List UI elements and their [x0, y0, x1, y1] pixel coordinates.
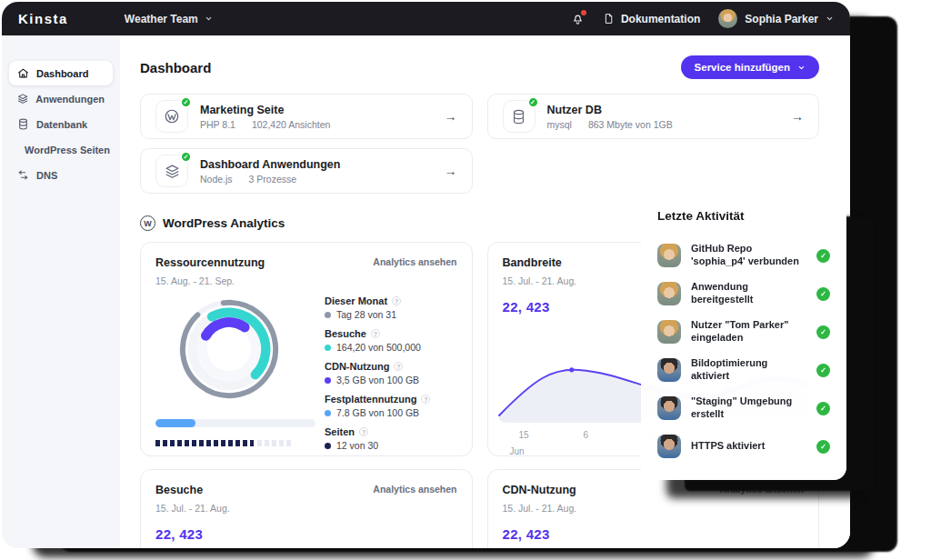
- page-title: Dashboard: [140, 60, 211, 75]
- arrow-right-icon[interactable]: →: [445, 109, 457, 124]
- sidebar-item-anwendungen[interactable]: Anwendungen: [9, 86, 113, 111]
- team-selector[interactable]: Weather Team: [125, 13, 213, 25]
- database-icon: [17, 118, 29, 130]
- sidebar-item-label: WordPress Seiten: [25, 145, 110, 155]
- service-runtime: mysql: [547, 119, 572, 130]
- service-stat: 3 Prozesse: [249, 174, 297, 185]
- team-selector-label: Weather Team: [125, 13, 198, 25]
- service-stat: 863 Mbyte von 1GB: [588, 119, 673, 130]
- view-analytics-link[interactable]: Analytics ansehen: [373, 484, 456, 495]
- info-icon[interactable]: ?: [371, 329, 380, 338]
- document-icon: [603, 13, 615, 25]
- user-menu[interactable]: Sophia Parker: [718, 9, 834, 28]
- legend-item: CDN-Nutzung ? 3,5 GB von 100 GB: [325, 361, 457, 385]
- activity-item[interactable]: Bildoptimierung aktiviert ✓: [657, 351, 830, 389]
- recent-activity-panel: Letzte Aktivität GitHub Repo 'sophia_p4'…: [641, 191, 846, 480]
- sidebar-item-label: Anwendungen: [35, 94, 105, 105]
- check-circle-icon: ✓: [816, 325, 830, 339]
- legend-label: Dieser Monat: [325, 295, 387, 306]
- sidebar-item-wordpress-seiten[interactable]: WordPress Seiten: [9, 137, 113, 162]
- legend-value: 12 von 30: [336, 440, 378, 451]
- service-title: Dashboard Anwendungen: [200, 158, 340, 171]
- documentation-link[interactable]: Dokumentation: [603, 13, 700, 25]
- notification-dot: [581, 10, 586, 15]
- sidebar: Dashboard Anwendungen Datenbank WordPres…: [2, 35, 120, 548]
- info-icon[interactable]: ?: [392, 296, 401, 305]
- chevron-down-icon: [826, 15, 834, 23]
- info-icon[interactable]: ?: [359, 427, 368, 436]
- sidebar-item-label: Dashboard: [36, 68, 88, 79]
- activity-item[interactable]: Anwendung bereitgestellt ✓: [657, 275, 830, 313]
- sidebar-item-label: DNS: [36, 170, 57, 181]
- avatar: [657, 435, 681, 458]
- stack-icon: ✓: [155, 155, 188, 187]
- arrow-right-icon[interactable]: →: [445, 164, 457, 178]
- service-runtime: Node.js: [200, 174, 233, 185]
- documentation-label: Dokumentation: [621, 13, 700, 25]
- view-analytics-link[interactable]: Analytics ansehen: [720, 484, 804, 495]
- sidebar-item-datenbank[interactable]: Datenbank: [9, 112, 113, 136]
- resource-donut-chart: [175, 295, 283, 406]
- services-grid: ✓ Marketing Seite PHP 8.1 102,420 Ansich…: [140, 94, 819, 194]
- service-card-nutzer-db[interactable]: ✓ Nutzer DB mysql 863 Mbyte von 1GB →: [487, 94, 820, 139]
- status-ok-badge: ✓: [180, 151, 192, 163]
- check-circle-icon: ✓: [816, 364, 830, 377]
- topbar: Kinsta Weather Team Dokumentation Sophia…: [2, 2, 850, 35]
- visits-card: Besuche Analytics ansehen 15. Jul. - 21.…: [140, 469, 473, 548]
- analytics-section-title: WordPress Analytics: [163, 216, 285, 230]
- legend-value: Tag 28 von 31: [336, 309, 396, 320]
- legend-dot: [325, 410, 331, 416]
- legend-label: Besuche: [325, 328, 366, 339]
- service-runtime: PHP 8.1: [200, 119, 235, 130]
- check-circle-icon: ✓: [816, 287, 830, 301]
- resource-usage-card: Ressourcennutzung Analytics ansehen 15. …: [140, 242, 473, 456]
- card-title: CDN-Nutzung: [503, 484, 576, 496]
- avatar: [657, 244, 681, 267]
- service-card-dashboard-anwendungen[interactable]: ✓ Dashboard Anwendungen Node.js 3 Prozes…: [140, 148, 473, 194]
- info-icon[interactable]: ?: [421, 395, 430, 404]
- activity-item[interactable]: "Staging" Umgebung erstellt ✓: [657, 389, 830, 427]
- legend-label: CDN-Nutzung: [325, 361, 389, 372]
- view-analytics-link[interactable]: Analytics ansehen: [373, 256, 456, 267]
- add-service-button[interactable]: Service hinzufügen: [681, 55, 819, 79]
- date-range: 15. Aug. - 21. Sep.: [155, 275, 457, 286]
- legend-item: Besuche ? 164,20 von 500,000: [325, 328, 457, 353]
- card-title: Bandbreite: [503, 256, 562, 269]
- legend-item: Seiten ? 12 von 30: [325, 426, 457, 451]
- card-title: Besuche: [155, 484, 203, 496]
- visits-total: 22, 423: [155, 526, 457, 542]
- cdn-total: 22, 423: [503, 526, 805, 542]
- check-circle-icon: ✓: [816, 402, 830, 415]
- service-stat: 102,420 Ansichten: [252, 119, 330, 130]
- activity-item[interactable]: Nutzer "Tom Parker" eingeladen ✓: [657, 313, 830, 351]
- chevron-down-icon: [797, 64, 806, 72]
- arrow-right-icon[interactable]: →: [791, 109, 804, 124]
- legend-dot: [325, 443, 331, 449]
- sidebar-item-dns[interactable]: DNS: [9, 163, 113, 187]
- recent-activity-title: Letzte Aktivität: [657, 209, 830, 223]
- legend-label: Seiten: [325, 426, 355, 437]
- date-range: 15. Jul. - 21. Aug.: [503, 503, 805, 514]
- service-title: Nutzer DB: [547, 104, 673, 116]
- activity-item[interactable]: HTTPS aktiviert ✓: [657, 427, 830, 465]
- chevron-down-icon: [205, 15, 213, 23]
- info-icon[interactable]: ?: [394, 362, 403, 371]
- service-card-marketing-seite[interactable]: ✓ Marketing Seite PHP 8.1 102,420 Ansich…: [140, 94, 473, 139]
- home-icon: [17, 67, 29, 79]
- activity-text: Bildoptimierung aktiviert: [691, 357, 806, 383]
- cdn-usage-card: CDN-Nutzung Analytics ansehen 15. Jul. -…: [487, 469, 820, 548]
- sidebar-item-label: Datenbank: [36, 119, 87, 130]
- service-title: Marketing Seite: [200, 104, 330, 116]
- activity-item[interactable]: GitHub Repo 'sophia_p4' verbunden ✓: [657, 236, 830, 275]
- kinsta-logo: Kinsta: [18, 11, 68, 26]
- activity-text: Nutzer "Tom Parker" eingeladen: [691, 319, 806, 345]
- legend-label: Festplattennutzung: [325, 394, 416, 405]
- status-ok-badge: ✓: [527, 96, 539, 108]
- dns-globe-icon: [17, 169, 29, 181]
- notifications-button[interactable]: [571, 12, 585, 25]
- avatar: [657, 282, 681, 305]
- card-title: Ressourcennutzung: [155, 256, 265, 269]
- avatar: [657, 358, 681, 382]
- x-axis-month-label: Jun: [510, 446, 525, 456]
- sidebar-item-dashboard[interactable]: Dashboard: [9, 61, 113, 85]
